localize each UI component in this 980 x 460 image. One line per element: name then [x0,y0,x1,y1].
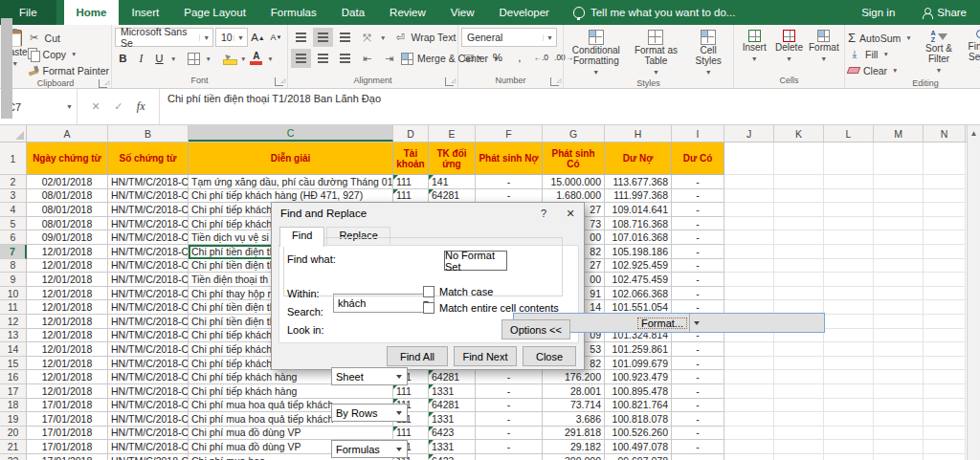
cell-E17[interactable]: 1331 [429,384,476,399]
decrease-indent-button[interactable]: ⇤ [357,49,377,68]
cell-N17[interactable] [924,384,966,399]
cell-E1[interactable]: TK đối ứng [429,142,476,175]
cell-H2[interactable]: 113.677.368 [605,175,672,189]
row-header-20[interactable]: 20 [0,427,27,441]
cell-M17[interactable] [874,384,924,399]
cell-G17[interactable]: 28.001 [543,384,605,399]
cell-A11[interactable]: 12/01/2018 [27,300,108,315]
match-entire-checkbox[interactable]: Match entire cell contents [423,302,559,314]
column-header-F[interactable]: F [476,125,543,142]
cell-L6[interactable] [824,230,874,245]
cell-K1[interactable] [774,142,824,175]
percent-style-button[interactable]: % [489,49,505,67]
cell-A10[interactable]: 12/01/2018 [27,287,108,301]
font-dialog-launcher[interactable] [275,77,283,86]
find-what-input[interactable]: khách [333,294,434,313]
cell-M13[interactable] [874,329,924,343]
cell-H5[interactable]: 108.716.368 [605,217,672,231]
column-header-B[interactable]: B [108,125,189,142]
find-next-button[interactable]: Find Next [454,346,517,366]
number-format-select[interactable]: General▼ [461,28,557,47]
cell-M2[interactable] [874,175,924,189]
cell-I2[interactable]: - [672,175,724,189]
cell-B19[interactable]: HN/TM/C/2018-C007 [108,412,189,427]
cell-B6[interactable]: HN/TM/C/2018-C003 [108,230,189,245]
cell-I4[interactable]: - [672,203,724,217]
comma-style-button[interactable]: , [511,49,527,67]
row-header-14[interactable]: 14 [0,342,27,357]
search-dropdown-icon[interactable] [391,405,407,421]
select-all-corner[interactable] [0,125,27,142]
cell-J19[interactable] [724,412,774,427]
close-button[interactable]: Close [523,346,576,366]
cell-K6[interactable] [774,230,824,245]
cell-F3[interactable]: - [476,189,543,204]
align-top-button[interactable] [291,28,311,47]
cell-L12[interactable] [824,315,874,329]
cell-A18[interactable]: 17/01/2018 [27,399,108,413]
row-header-2[interactable]: 2 [0,175,27,189]
cell-M10[interactable] [874,287,924,301]
cell-N6[interactable] [924,230,966,245]
cell-styles-button[interactable]: Cell Styles▼ [686,27,730,77]
decrease-font-button[interactable]: A▼ [268,29,284,47]
cell-J10[interactable] [724,287,774,301]
cell-H7[interactable]: 105.198.186 [605,245,672,259]
cell-B18[interactable]: HN/TM/C/2018-C007 [108,399,189,413]
column-header-L[interactable]: L [824,125,874,142]
cell-E3[interactable]: 64281 [429,189,476,204]
cell-B9[interactable]: HN/TM/C/2018-C004 [108,273,189,287]
cell-M19[interactable] [874,412,924,427]
cell-A8[interactable]: 12/01/2018 [27,259,108,274]
row-header-22[interactable]: 22 [0,454,27,460]
cell-M4[interactable] [874,203,924,217]
sort-filter-button[interactable]: AZ Sort & Filter▼ [917,27,961,76]
accounting-format-button[interactable]: 🖃▼ [461,49,483,67]
format-dropdown-icon[interactable] [689,314,702,332]
cell-A17[interactable]: 12/01/2018 [27,384,108,399]
cell-L5[interactable] [824,217,874,231]
cell-K21[interactable] [774,440,824,454]
cell-N2[interactable] [924,175,966,189]
vertical-scrollbar[interactable]: ▲ [967,125,980,460]
format-as-table-button[interactable]: Format as Table▼ [630,27,683,77]
cell-M11[interactable] [874,300,924,315]
tab-review[interactable]: Review [377,0,438,25]
cell-E2[interactable]: 141 [429,175,476,189]
cell-G1[interactable]: Phát sinh Có [543,142,605,175]
cell-I7[interactable]: - [672,245,724,259]
tab-formulas[interactable]: Formulas [258,0,329,25]
number-dialog-launcher[interactable] [550,77,559,86]
row-header-15[interactable]: 15 [0,357,27,371]
cell-B13[interactable]: HN/TM/C/2018-C006 [108,329,189,343]
cell-B22[interactable]: HN/TM/C/2018-C007 [108,454,189,460]
cell-G16[interactable]: 176.200 [543,370,605,384]
font-color-button[interactable]: A [248,50,264,68]
cell-D2[interactable]: 111 [393,175,429,189]
cell-B5[interactable]: HN/TM/C/2018-C002 [108,217,189,231]
cell-B3[interactable]: HN/TM/C/2018-C002 [108,189,189,204]
cell-I19[interactable]: - [672,412,724,427]
row-header-17[interactable]: 17 [0,384,27,399]
insert-function-button[interactable]: fx [137,99,145,114]
cell-L10[interactable] [824,287,874,301]
cell-E22[interactable]: 6423 [429,454,476,460]
tab-home[interactable]: Home [64,0,120,25]
row-header-8[interactable]: 8 [0,259,27,274]
within-dropdown-icon[interactable] [391,368,407,384]
delete-cells-button[interactable]: Delete▼ [771,27,806,64]
column-header-N[interactable]: N [924,125,966,142]
cell-C2[interactable]: Tạm ứng xăng dầu, phí cầu đường Tháng 01… [189,175,393,189]
cell-A21[interactable]: 17/01/2018 [27,440,108,454]
cell-C3[interactable]: Chi phí tiếp khách hàng (HĐ 471, 927) [189,189,393,204]
cell-E16[interactable]: 64281 [429,370,476,384]
cell-K20[interactable] [774,427,824,441]
cell-H3[interactable]: 111.997.368 [605,189,672,204]
row-header-1[interactable]: 1 [0,142,27,175]
cell-B8[interactable]: HN/TM/C/2018-C004 [108,259,189,274]
cell-I14[interactable]: - [672,342,724,357]
cell-L19[interactable] [824,412,874,427]
format-painter-button[interactable]: Format Painter [28,63,109,77]
share-button[interactable]: Share [908,0,980,25]
cell-B4[interactable]: HN/TM/C/2018-C002 [108,203,189,217]
